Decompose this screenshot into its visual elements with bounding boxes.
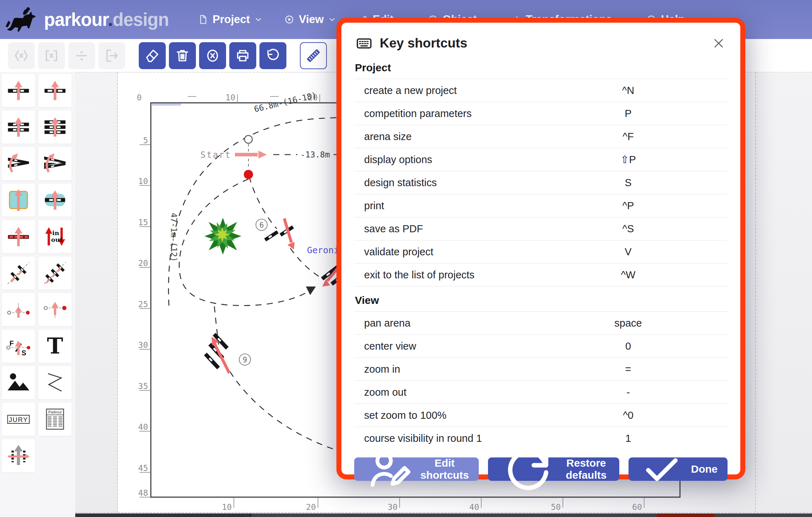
jury-box-tile[interactable]: JURY [1, 402, 35, 436]
divide-icon [73, 48, 90, 64]
svg-text:35: 35 [138, 382, 148, 391]
triple-combination-icon [43, 261, 67, 285]
measure-tool-button[interactable] [300, 42, 327, 69]
shortcut-key: ⇧P [529, 154, 728, 166]
fan-jump-3-icon [43, 151, 67, 176]
svg-text:20: 20 [138, 258, 148, 268]
menu-project[interactable]: Project [197, 13, 263, 26]
svg-text:45: 45 [138, 463, 148, 473]
start-marker [235, 135, 267, 179]
image-tool-tile[interactable] [1, 366, 35, 400]
svg-text:10: 10 [138, 177, 148, 186]
svg-text:0: 0 [137, 93, 142, 102]
section-title: Project [354, 54, 728, 79]
plank-jump-tile[interactable] [38, 73, 72, 107]
check-icon [638, 446, 685, 493]
menu-view-label: View [299, 13, 324, 26]
finish-start-marker-tile[interactable]: FS [1, 329, 35, 363]
eraser-icon [144, 48, 160, 64]
shortcut-key: = [529, 363, 728, 375]
shortcut-label: zoom in [354, 363, 529, 375]
triple-bar-jump-icon [43, 115, 67, 139]
remove-selection-tool-button[interactable] [8, 42, 35, 69]
start-line-tile[interactable] [1, 293, 35, 327]
distance-label-left: 47-1m-(12) [169, 213, 179, 262]
open-water-icon [6, 188, 31, 212]
export-tool-button[interactable] [98, 42, 125, 69]
svg-text:10: 10 [225, 93, 235, 102]
cancel-tool-button[interactable] [199, 42, 226, 69]
shortcut-row: create a new project^N [354, 79, 728, 102]
menu-view[interactable]: View [284, 13, 337, 26]
brand-logo[interactable]: parkour.design [0, 4, 190, 35]
person-edit-icon [364, 444, 415, 494]
double-combination-tile[interactable] [1, 256, 35, 290]
restore-defaults-label: Restore defaults [563, 457, 609, 481]
restore-defaults-button[interactable]: Restore defaults [488, 457, 619, 481]
open-water-tile[interactable] [1, 183, 35, 217]
vertical-jump-tile[interactable] [1, 73, 35, 107]
jump6-number: 6 [259, 221, 264, 229]
ditch-tile[interactable] [1, 219, 35, 254]
svg-text:JURY: JURY [9, 416, 28, 423]
parkour-table-tile[interactable]: Parkour [38, 402, 72, 436]
print-tool-button[interactable] [229, 42, 256, 69]
shortcut-key: P [529, 108, 728, 119]
shortcut-label: center view [354, 340, 529, 352]
shortcut-label: save as PDF [354, 223, 529, 235]
angle-x-icon [13, 48, 29, 64]
svg-text:S: S [22, 349, 26, 357]
jump-6: 6 [256, 218, 295, 250]
obstacle-sidebar: inoutFSTJURYParkour [0, 72, 75, 517]
restore-icon [498, 439, 557, 499]
shortcut-key: ^N [529, 85, 728, 96]
in-out-tile[interactable]: inout [38, 219, 72, 254]
svg-text:15: 15 [138, 218, 148, 227]
shortcut-row: design statisticsS [354, 171, 728, 194]
eraser-tool-button[interactable] [139, 42, 166, 69]
polyline-tool-icon [43, 370, 67, 395]
finish-line-tile[interactable] [38, 293, 72, 327]
edit-shortcuts-button[interactable]: Edit shortcuts [354, 457, 479, 481]
shortcut-label: set zoom to 100% [354, 410, 529, 421]
remove-object-tool-button[interactable] [38, 42, 65, 69]
bottom-dock-strip [75, 513, 812, 517]
delete-tool-button[interactable] [169, 42, 196, 69]
close-button[interactable] [711, 36, 726, 51]
shortcut-key: 1 [529, 433, 728, 444]
water-with-rail-tile[interactable] [38, 183, 72, 217]
shortcut-label: exit to the list of projects [354, 269, 529, 281]
file-icon [197, 14, 209, 25]
shortcut-label: arena size [354, 131, 529, 143]
double-combination-icon [6, 261, 31, 285]
shortcut-key: ^W [529, 269, 728, 281]
done-button[interactable]: Done [629, 457, 728, 481]
shortcut-key: ^S [529, 223, 728, 235]
split-tool-button[interactable] [68, 42, 95, 69]
combination-arrow-tile[interactable] [1, 439, 35, 473]
horse-logo-icon [5, 4, 39, 35]
triple-bar-jump-tile[interactable] [38, 110, 72, 144]
arena-top-highlight [152, 104, 181, 106]
shortcut-label: validate project [354, 246, 529, 258]
text-tool-tile[interactable]: T [38, 329, 72, 363]
menu-project-label: Project [213, 13, 250, 26]
fan-jump-3-tile[interactable] [38, 146, 72, 180]
shortcut-label: create a new project [354, 85, 529, 96]
triple-combination-tile[interactable] [38, 256, 72, 290]
in-out-icon: inout [43, 224, 67, 249]
shortcut-key: - [529, 387, 728, 398]
svg-text:40: 40 [469, 502, 479, 512]
oxer-jump-tile[interactable] [1, 110, 35, 144]
start-label: Start [201, 150, 231, 160]
view-icon [284, 14, 295, 25]
svg-text:20: 20 [306, 502, 316, 512]
jump-9: 9 [198, 333, 251, 373]
undo-tool-button[interactable] [259, 42, 286, 69]
shortcut-row: zoom out- [354, 380, 728, 404]
polyline-tool-tile[interactable] [38, 366, 72, 400]
fan-jump-2-tile[interactable] [1, 146, 35, 180]
keyboard-icon [356, 35, 373, 52]
brand-name: parkour [44, 10, 108, 30]
svg-text:10: 10 [222, 502, 232, 512]
